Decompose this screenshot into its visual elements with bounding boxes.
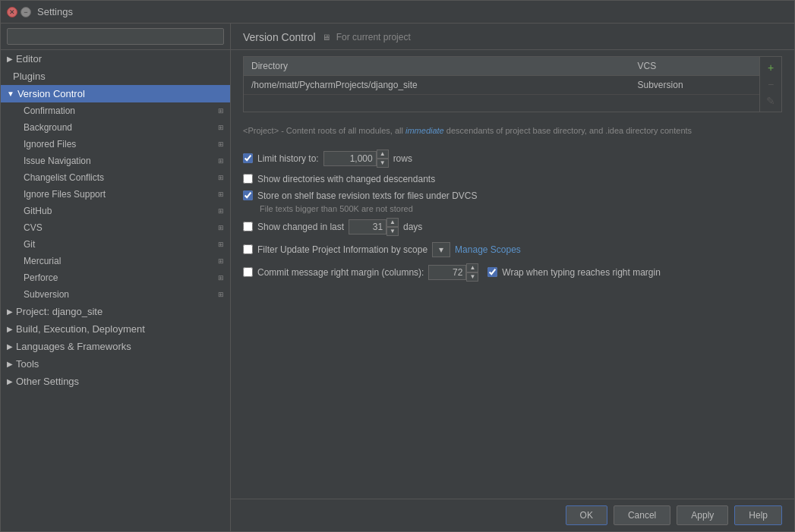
sidebar-item-confirmation[interactable]: Confirmation ⊞: [1, 102, 230, 119]
window-controls: ✕ −: [7, 7, 31, 17]
sidebar-item-editor[interactable]: ▶ Editor: [1, 50, 230, 68]
show-changed-spinbox-wrapper: ▲ ▼: [349, 218, 399, 236]
table-row[interactable]: /home/matt/PycharmProjects/django_site S…: [244, 76, 759, 95]
filter-update-label[interactable]: Filter Update Project Information by sco…: [257, 244, 427, 255]
bottom-bar: OK Cancel Apply Help: [231, 499, 794, 531]
sidebar-item-label: Confirmation: [24, 105, 218, 116]
filter-update-dropdown[interactable]: ▾: [432, 242, 450, 257]
cancel-button[interactable]: Cancel: [614, 505, 670, 525]
filter-update-checkbox[interactable]: [243, 244, 253, 254]
show-changed-last-input[interactable]: [349, 219, 386, 235]
sidebar-item-issue-navigation[interactable]: Issue Navigation ⊞: [1, 153, 230, 169]
manage-scopes-button[interactable]: Manage Scopes: [455, 244, 521, 255]
limit-history-label[interactable]: Limit history to:: [257, 153, 319, 164]
sidebar-item-languages[interactable]: ▶ Languages & Frameworks: [1, 338, 230, 355]
wrap-margin-checkbox[interactable]: [487, 267, 497, 277]
settings-section: Limit history to: ▲ ▼ rows: [231, 143, 794, 288]
minimize-button[interactable]: −: [21, 7, 31, 17]
sidebar-item-build[interactable]: ▶ Build, Execution, Deployment: [1, 320, 230, 338]
sidebar-item-label: Background: [24, 122, 218, 133]
add-vcs-button[interactable]: +: [763, 60, 778, 75]
page-icon: ⊞: [218, 174, 224, 181]
show-directories-row: Show directories with changed descendant…: [243, 171, 782, 187]
search-input[interactable]: [7, 28, 224, 45]
sidebar-item-github[interactable]: GitHub ⊞: [1, 203, 230, 219]
tree-arrow-project: ▶: [7, 307, 13, 316]
show-changed-last-label[interactable]: Show changed in last: [257, 222, 344, 232]
page-icon: ⊞: [218, 140, 224, 148]
sidebar-item-tools[interactable]: ▶ Tools: [1, 355, 230, 373]
page-icon: ⊞: [218, 257, 224, 265]
page-icon: ⊞: [218, 157, 224, 165]
sidebar-item-ignored-files[interactable]: Ignored Files ⊞: [1, 136, 230, 153]
main-panel: Version Control 🖥 For current project Di…: [231, 24, 794, 531]
sidebar-item-perforce[interactable]: Perforce ⊞: [1, 269, 230, 286]
show-changed-down[interactable]: ▼: [386, 227, 399, 236]
sidebar-item-subversion[interactable]: Subversion ⊞: [1, 286, 230, 303]
edit-vcs-button[interactable]: ✎: [763, 93, 778, 109]
show-directories-label[interactable]: Show directories with changed descendant…: [257, 174, 435, 184]
store-shelf-label[interactable]: Store on shelf base revision texts for f…: [257, 190, 477, 201]
sidebar-item-mercurial[interactable]: Mercurial ⊞: [1, 253, 230, 269]
sidebar-item-ignore-files-support[interactable]: Ignore Files Support ⊞: [1, 186, 230, 203]
sidebar-item-label: Perforce: [24, 272, 218, 283]
commit-margin-label[interactable]: Commit message right margin (columns):: [257, 267, 424, 278]
page-icon: ⊞: [218, 190, 224, 198]
page-icon: ⊞: [218, 291, 224, 298]
show-changed-up[interactable]: ▲: [386, 218, 399, 227]
sidebar-item-project[interactable]: ▶ Project: django_site: [1, 303, 230, 320]
col-directory: Directory: [244, 57, 630, 76]
sidebar-item-background[interactable]: Background ⊞: [1, 119, 230, 136]
store-shelf-hint: File texts bigger than 500K are not stor…: [260, 204, 782, 215]
limit-history-spinbox-wrapper: ▲ ▼: [323, 150, 389, 168]
page-icon: ⊞: [218, 124, 224, 131]
store-shelf-row: Store on shelf base revision texts for f…: [243, 187, 782, 204]
sidebar-item-other-settings[interactable]: ▶ Other Settings: [1, 373, 230, 390]
sidebar-item-label: Version Control: [17, 88, 224, 99]
limit-history-arrows: ▲ ▼: [377, 150, 389, 168]
panel-title: Version Control: [243, 31, 316, 43]
ok-button[interactable]: OK: [566, 505, 607, 525]
close-button[interactable]: ✕: [7, 7, 17, 17]
help-button[interactable]: Help: [734, 505, 782, 525]
info-text-content: <Project> - Content roots of all modules…: [243, 126, 692, 135]
settings-window: ✕ − Settings ▶ Editor Plugins: [0, 0, 795, 532]
sidebar-item-label: Project: django_site: [16, 306, 224, 317]
limit-history-checkbox[interactable]: [243, 153, 253, 163]
wrap-margin-label[interactable]: Wrap when typing reaches right margin: [502, 267, 661, 278]
sidebar-item-cvs[interactable]: CVS ⊞: [1, 219, 230, 236]
col-vcs: VCS: [630, 57, 759, 76]
limit-history-up[interactable]: ▲: [377, 150, 389, 159]
panel-header: Version Control 🖥 For current project: [231, 24, 794, 50]
panel-content: Directory VCS /home/matt/PycharmProjects…: [231, 50, 794, 499]
commit-margin-down[interactable]: ▼: [466, 272, 478, 282]
commit-margin-input[interactable]: [428, 265, 466, 280]
info-text: <Project> - Content roots of all modules…: [231, 118, 794, 143]
titlebar: ✕ − Settings: [1, 1, 794, 24]
show-directories-checkbox[interactable]: [243, 174, 253, 184]
page-icon: ⊞: [218, 241, 224, 248]
show-changed-last-checkbox[interactable]: [243, 222, 253, 231]
commit-margin-up[interactable]: ▲: [466, 263, 478, 272]
sidebar-item-git[interactable]: Git ⊞: [1, 236, 230, 253]
sidebar-item-plugins[interactable]: Plugins: [1, 68, 230, 85]
remove-vcs-button[interactable]: −: [763, 77, 778, 92]
sidebar-item-label: CVS: [24, 222, 218, 233]
panel-subtitle: For current project: [336, 32, 411, 42]
window-title: Settings: [37, 6, 73, 17]
sidebar-item-version-control[interactable]: ▼ Version Control: [1, 85, 230, 102]
settings-tree: ▶ Editor Plugins ▼ Version Control Confi…: [1, 50, 230, 531]
sidebar-item-changelist-conflicts[interactable]: Changelist Conflicts ⊞: [1, 169, 230, 186]
apply-button[interactable]: Apply: [677, 505, 728, 525]
vcs-table-wrapper: Directory VCS /home/matt/PycharmProjects…: [243, 56, 782, 112]
sidebar-item-label: Changelist Conflicts: [24, 172, 218, 183]
commit-margin-checkbox[interactable]: [243, 267, 253, 277]
vcs-table-container: Directory VCS /home/matt/PycharmProjects…: [244, 57, 759, 112]
vcs-table: Directory VCS /home/matt/PycharmProjects…: [244, 57, 759, 95]
store-shelf-checkbox[interactable]: [243, 190, 253, 200]
tree-arrow-lang: ▶: [7, 342, 13, 351]
limit-history-input[interactable]: [323, 151, 377, 166]
limit-history-down[interactable]: ▼: [377, 159, 389, 168]
sidebar-item-label: GitHub: [24, 206, 218, 216]
project-icon: 🖥: [322, 33, 330, 42]
